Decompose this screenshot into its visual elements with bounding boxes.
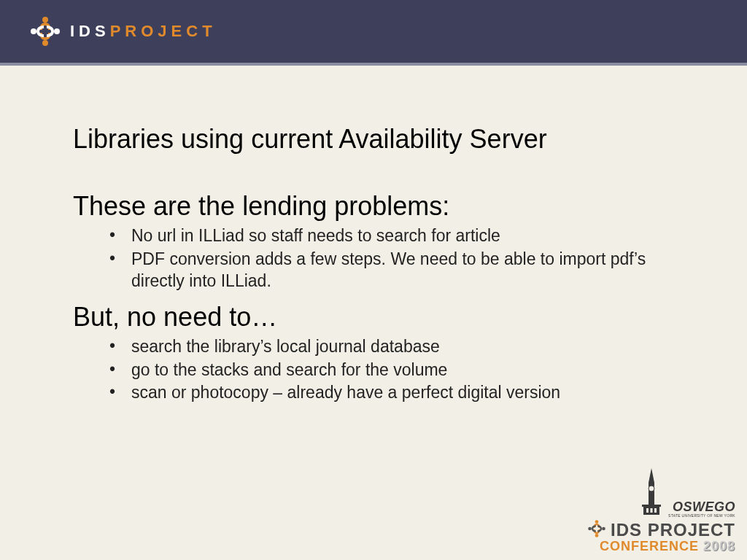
- slide-title: Libraries using current Availability Ser…: [73, 124, 674, 155]
- ids-project-row: IDS PROJECT: [587, 519, 735, 541]
- section-heading-noneed: But, no need to…: [73, 302, 674, 332]
- svg-rect-11: [654, 508, 657, 513]
- oswego-text: OSWEGO: [673, 499, 735, 514]
- footer-logo-block: OSWEGO STATE UNIVERSITY OF NEW YORK: [587, 468, 735, 553]
- list-item: go to the stacks and search for the volu…: [131, 359, 674, 382]
- svg-point-0: [42, 17, 48, 23]
- conference-text: CONFERENCE: [600, 539, 699, 553]
- list-item: No url in ILLiad so staff needs to searc…: [131, 225, 674, 248]
- conference-row: CONFERENCE 2008: [587, 540, 735, 553]
- list-item: scan or photocopy – already have a perfe…: [131, 381, 674, 405]
- svg-point-2: [31, 28, 36, 34]
- svg-marker-5: [649, 468, 654, 483]
- svg-rect-9: [646, 508, 649, 513]
- section-heading-problems: These are the lending problems:: [73, 191, 674, 222]
- ids-logo-icon: [29, 15, 61, 47]
- svg-rect-10: [651, 508, 653, 513]
- ids-project-text: IDS PROJECT: [611, 521, 735, 539]
- oswego-row: OSWEGO STATE UNIVERSITY OF NEW YORK: [587, 468, 735, 518]
- svg-point-15: [588, 527, 592, 531]
- ids-small-logo-icon: [587, 519, 606, 541]
- tower-icon: [639, 468, 664, 518]
- header-logo-text: IDSPROJECT: [70, 22, 217, 41]
- header-logo: IDSPROJECT: [29, 15, 217, 47]
- slide-header: IDSPROJECT: [0, 0, 747, 66]
- oswego-subtext: STATE UNIVERSITY OF NEW YORK: [668, 513, 735, 518]
- slide-body: Libraries using current Availability Ser…: [0, 66, 747, 405]
- svg-point-14: [595, 534, 599, 537]
- bullet-list-problems: No url in ILLiad so staff needs to searc…: [73, 225, 674, 293]
- svg-point-13: [595, 520, 599, 524]
- bullet-list-noneed: search the library’s local journal datab…: [73, 335, 674, 405]
- svg-point-1: [42, 40, 48, 46]
- logo-text-project: PROJECT: [110, 22, 217, 40]
- svg-point-3: [54, 28, 60, 34]
- svg-point-16: [602, 527, 605, 531]
- logo-text-ids: IDS: [70, 22, 110, 40]
- conference-year: 2008: [703, 539, 735, 553]
- list-item: PDF conversion adds a few steps. We need…: [131, 248, 674, 293]
- svg-rect-12: [642, 505, 661, 507]
- list-item: search the library’s local journal datab…: [131, 335, 674, 359]
